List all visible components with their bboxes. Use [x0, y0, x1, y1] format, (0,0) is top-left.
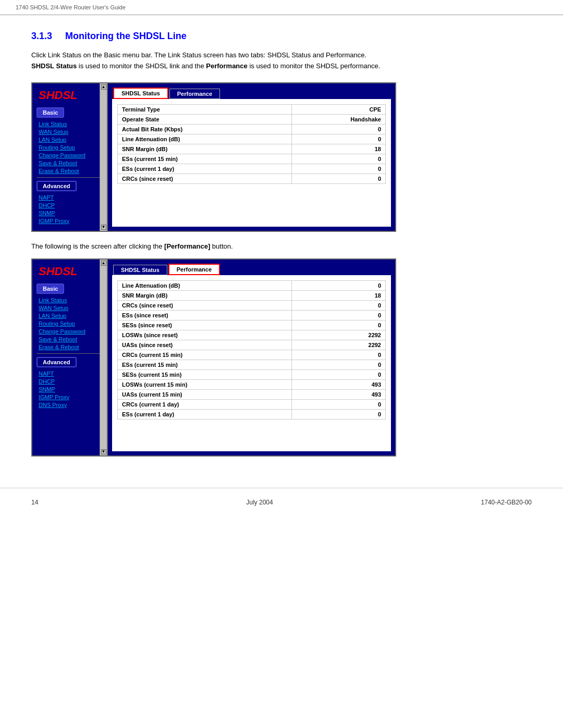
- main-content-screen2: SHDSL Status Performance Line Attenuatio…: [108, 260, 395, 455]
- scrollbar-1[interactable]: ▲ ▼: [100, 83, 107, 231]
- router-ui-screen1: SHDSL Basic Link Status WAN Setup LAN Se…: [31, 82, 396, 232]
- table-row: SESs (since reset)0: [118, 320, 386, 330]
- row-label: UASs (current 15 min): [118, 389, 292, 399]
- link-dns-proxy-2[interactable]: DNS Proxy: [36, 402, 103, 408]
- basic-btn-2[interactable]: Basic: [36, 283, 64, 294]
- doc-title: 1740 SHDSL 2/4-Wire Router User's Guide: [16, 4, 126, 10]
- footer-page-num: 14: [31, 499, 38, 506]
- link-link-status-1[interactable]: Link Status: [36, 121, 103, 127]
- tab-performance-1[interactable]: Performance: [169, 89, 220, 99]
- link-link-status-2[interactable]: Link Status: [36, 297, 103, 303]
- row-value: 0: [292, 399, 386, 409]
- table-row: Operate StateHandshake: [118, 114, 386, 124]
- row-value: 0: [292, 409, 386, 419]
- basic-btn-1[interactable]: Basic: [36, 107, 64, 118]
- table-row: SNR Margin (dB)18: [118, 290, 386, 300]
- data-table-screen2: Line Attenuation (dB)0SNR Margin (dB)18C…: [117, 280, 386, 419]
- link-wan-setup-1[interactable]: WAN Setup: [36, 129, 103, 135]
- link-erase-reboot-2[interactable]: Erase & Reboot: [36, 344, 103, 350]
- table-row: SNR Margin (dB)18: [118, 144, 386, 154]
- row-value: 493: [292, 389, 386, 399]
- data-panel-screen2: Line Attenuation (dB)0SNR Margin (dB)18C…: [112, 275, 391, 451]
- row-value: 0: [292, 280, 386, 290]
- row-label: LOSWs (current 15 min): [118, 379, 292, 389]
- link-snmp-2[interactable]: SNMP: [36, 386, 103, 392]
- link-napt-2[interactable]: NAPT: [36, 371, 103, 377]
- footer-date: July 2004: [246, 499, 273, 506]
- row-label: ESs (current 1 day): [118, 164, 292, 174]
- row-label: Line Attenuation (dB): [118, 280, 292, 290]
- link-routing-setup-1[interactable]: Routing Setup: [36, 144, 103, 151]
- row-value: 0: [292, 174, 386, 183]
- shdsl-logo-2: SHDSL: [36, 265, 103, 278]
- link-erase-reboot-1[interactable]: Erase & Reboot: [36, 168, 103, 174]
- footer-doc-num: 1740-A2-GB20-00: [481, 499, 532, 506]
- tab-shdsl-status-1[interactable]: SHDSL Status: [113, 88, 168, 99]
- link-dhcp-1[interactable]: DHCP: [36, 202, 103, 208]
- link-change-password-1[interactable]: Change Password: [36, 152, 103, 158]
- link-napt-1[interactable]: NAPT: [36, 194, 103, 201]
- tab-bar-screen2: SHDSL Status Performance: [108, 260, 395, 275]
- tab-performance-2[interactable]: Performance: [168, 264, 220, 275]
- row-value: 493: [292, 379, 386, 389]
- scrollbar-2[interactable]: ▲ ▼: [100, 260, 107, 455]
- page-content: 3.1.3 Monitoring the SHDSL Line Click Li…: [0, 15, 563, 488]
- desc-suffix: is used to monitor the SHDSL performance…: [249, 62, 380, 70]
- row-label: CRCs (current 15 min): [118, 350, 292, 360]
- row-value: 0: [292, 154, 386, 164]
- row-label: ESs (current 15 min): [118, 154, 292, 164]
- link-wan-setup-2[interactable]: WAN Setup: [36, 305, 103, 311]
- link-change-password-2[interactable]: Change Password: [36, 328, 103, 335]
- table-row: ESs (current 1 day)0: [118, 409, 386, 419]
- link-igmp-proxy-2[interactable]: IGMP Proxy: [36, 394, 103, 400]
- table-row: Line Attenuation (dB)0: [118, 134, 386, 144]
- row-value: 2292: [292, 330, 386, 340]
- desc-bold2: Performance: [206, 62, 247, 70]
- table-row: ESs (since reset)0: [118, 310, 386, 320]
- link-snmp-1[interactable]: SNMP: [36, 210, 103, 216]
- table-row: UASs (since reset)2292: [118, 340, 386, 350]
- table-row: ESs (current 15 min)0: [118, 360, 386, 369]
- row-label: Operate State: [118, 114, 292, 124]
- table-row: Line Attenuation (dB)0: [118, 280, 386, 290]
- scroll-up-1[interactable]: ▲: [101, 84, 106, 90]
- data-table-screen1: Terminal TypeCPEOperate StateHandshakeAc…: [117, 104, 386, 184]
- row-label: UASs (since reset): [118, 340, 292, 350]
- link-routing-setup-2[interactable]: Routing Setup: [36, 320, 103, 327]
- link-save-reboot-1[interactable]: Save & Reboot: [36, 160, 103, 166]
- row-value: 0: [292, 350, 386, 360]
- link-igmp-proxy-1[interactable]: IGMP Proxy: [36, 218, 103, 224]
- link-lan-setup-1[interactable]: LAN Setup: [36, 137, 103, 143]
- link-dhcp-2[interactable]: DHCP: [36, 378, 103, 385]
- table-row: CRCs (current 1 day)0: [118, 399, 386, 409]
- row-value: 18: [292, 290, 386, 300]
- section-title: 3.1.3 Monitoring the SHDSL Line: [31, 31, 532, 42]
- table-row: LOSWs (since reset)2292: [118, 330, 386, 340]
- main-content-screen1: SHDSL Status Performance Terminal TypeCP…: [108, 83, 395, 231]
- scroll-down-2[interactable]: ▼: [101, 449, 106, 454]
- row-value: 0: [292, 320, 386, 330]
- scroll-up-2[interactable]: ▲: [101, 261, 106, 266]
- advanced-btn-2[interactable]: Advanced: [36, 357, 77, 367]
- row-label: SNR Margin (dB): [118, 144, 292, 154]
- scroll-down-1[interactable]: ▼: [101, 225, 106, 230]
- table-row: UASs (current 15 min)493: [118, 389, 386, 399]
- tab-shdsl-status-2[interactable]: SHDSL Status: [113, 265, 167, 275]
- row-label: CRCs (since reset): [118, 300, 292, 310]
- row-label: CRCs (since reset): [118, 174, 292, 183]
- row-label: Line Attenuation (dB): [118, 134, 292, 144]
- page-footer: 14 July 2004 1740-A2-GB20-00: [0, 488, 563, 516]
- section-number: 3.1.3: [31, 31, 52, 41]
- table-row: CRCs (since reset)0: [118, 174, 386, 183]
- row-value: 0: [292, 300, 386, 310]
- table-row: SESs (current 15 min)0: [118, 369, 386, 379]
- advanced-btn-1[interactable]: Advanced: [36, 181, 77, 191]
- description: Click Link Status on the Basic menu bar.…: [31, 50, 532, 72]
- row-value: 0: [292, 134, 386, 144]
- data-panel-screen1: Terminal TypeCPEOperate StateHandshakeAc…: [112, 99, 391, 227]
- link-save-reboot-2[interactable]: Save & Reboot: [36, 336, 103, 342]
- link-lan-setup-2[interactable]: LAN Setup: [36, 313, 103, 319]
- table-row: ESs (current 15 min)0: [118, 154, 386, 164]
- sidebar-screen1: SHDSL Basic Link Status WAN Setup LAN Se…: [32, 83, 108, 231]
- section-name: Monitoring the SHDSL Line: [65, 31, 187, 41]
